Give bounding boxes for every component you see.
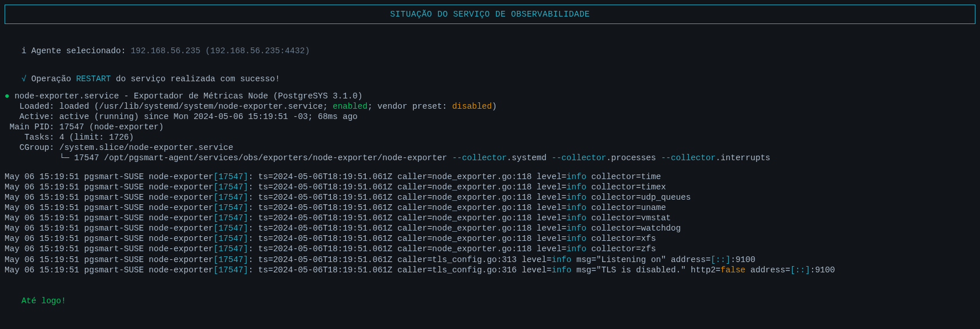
loaded-label: Loaded:: [5, 102, 59, 111]
cgroup-label: CGroup:: [5, 143, 59, 152]
pre: May 06 15:19:51 pgsmart-SUSE node-export…: [5, 224, 213, 233]
agent-label: Agente selecionado:: [31, 46, 131, 56]
tasks-value: 4 (limit: 1726): [59, 133, 134, 142]
level: info: [566, 193, 586, 202]
pid: 17547: [218, 193, 243, 202]
log-line: May 06 15:19:51 pgsmart-SUSE node-export…: [5, 182, 975, 192]
tail: collector=vmstat: [586, 213, 671, 223]
pid: 17547: [218, 172, 243, 181]
pid: 17547: [218, 244, 243, 253]
tail: collector=udp_queues: [586, 193, 691, 202]
level: info: [566, 172, 586, 181]
level: info: [566, 234, 586, 243]
port: :9100: [730, 255, 755, 264]
cgroup-tree-prefix: └─ 17547 /opt/pgsmart-agent/services/obs…: [5, 153, 452, 162]
pre: May 06 15:19:51 pgsmart-SUSE node-export…: [5, 172, 213, 181]
tail-a: msg="TLS is disabled." http2=: [571, 265, 721, 275]
lb: [: [213, 255, 218, 264]
lb: [: [213, 234, 218, 243]
lb: [: [213, 265, 218, 275]
tail: collector=zfs: [586, 244, 656, 253]
pid: 17547: [218, 203, 243, 212]
addr: ::: [795, 265, 805, 275]
body: ts=2024-05-06T18:19:51.061Z caller=node_…: [258, 193, 567, 202]
service-status-block: ● node-exporter.service - Exportador de …: [5, 91, 975, 164]
pre: May 06 15:19:51 pgsmart-SUSE node-export…: [5, 255, 213, 264]
port: :9100: [810, 265, 835, 275]
active-label: Active:: [5, 112, 59, 121]
panel-title: SITUAÇÃO DO SERVIÇO DE OBSERVABILIDADE: [5, 5, 975, 24]
body: ts=2024-05-06T18:19:51.061Z caller=tls_c…: [258, 265, 551, 275]
colon: :: [248, 224, 258, 233]
level: info: [566, 224, 586, 233]
addr-lb: [: [790, 265, 795, 275]
lb: [: [213, 183, 218, 192]
pre: May 06 15:19:51 pgsmart-SUSE node-export…: [5, 234, 213, 243]
lb: [: [213, 172, 218, 181]
lb: [: [213, 244, 218, 253]
body: ts=2024-05-06T18:19:51.061Z caller=node_…: [258, 244, 567, 253]
log-line: May 06 15:19:51 pgsmart-SUSE node-export…: [5, 233, 975, 244]
pre: May 06 15:19:51 pgsmart-SUSE node-export…: [5, 265, 213, 275]
mainpid-line: Main PID: 17547 (node-exporter): [5, 122, 975, 132]
cgroup-line: CGroup: /system.slice/node-exporter.serv…: [5, 142, 975, 153]
tail-b: address=: [746, 265, 790, 275]
colon: :: [248, 234, 258, 243]
log-line: May 06 15:19:51 pgsmart-SUSE node-export…: [5, 255, 975, 265]
agent-line: i Agente selecionado: 192.168.56.235 (19…: [11, 35, 975, 56]
tasks-line: Tasks: 4 (limit: 1726): [5, 132, 975, 142]
arg1-flag: --collector: [452, 153, 507, 162]
tail: collector=uname: [586, 203, 666, 212]
log-block: May 06 15:19:51 pgsmart-SUSE node-export…: [5, 172, 975, 275]
level: info: [551, 255, 571, 264]
service-header-line: ● node-exporter.service - Exportador de …: [5, 91, 975, 101]
level: info: [566, 203, 586, 212]
level: info: [566, 183, 586, 192]
addr-rb: ]: [805, 265, 810, 275]
colon: :: [248, 255, 258, 264]
body: ts=2024-05-06T18:19:51.061Z caller=node_…: [258, 183, 567, 192]
log-line: May 06 15:19:51 pgsmart-SUSE node-export…: [5, 213, 975, 223]
loaded-mid: ; vendor preset:: [367, 102, 452, 111]
check-icon: √: [21, 74, 26, 84]
arg3-rest: .interrupts: [715, 153, 770, 162]
panel-title-text: SITUAÇÃO DO SERVIÇO DE OBSERVABILIDADE: [390, 10, 590, 19]
body: ts=2024-05-06T18:19:51.061Z caller=node_…: [258, 224, 567, 233]
pid: 17547: [218, 224, 243, 233]
colon: :: [248, 244, 258, 253]
body: ts=2024-05-06T18:19:51.061Z caller=tls_c…: [258, 255, 551, 264]
tail: collector=time: [586, 172, 661, 181]
log-line: May 06 15:19:51 pgsmart-SUSE node-export…: [5, 203, 975, 213]
mainpid-label: Main PID:: [5, 122, 59, 132]
colon: :: [248, 213, 258, 223]
pid: 17547: [218, 183, 243, 192]
body: ts=2024-05-06T18:19:51.061Z caller=node_…: [258, 172, 567, 181]
pid: 17547: [218, 255, 243, 264]
info-icon: i: [21, 46, 26, 56]
colon: :: [248, 172, 258, 181]
level: info: [551, 265, 571, 275]
active-value: active (running) since Mon 2024-05-06 15…: [59, 112, 358, 121]
log-line: May 06 15:19:51 pgsmart-SUSE node-export…: [5, 244, 975, 254]
arg2-rest: .processes: [606, 153, 661, 162]
operation-suffix: do serviço realizada com sucesso!: [111, 74, 280, 84]
tail: collector=xfs: [586, 234, 656, 243]
lb: [: [213, 193, 218, 202]
mainpid-value: 17547 (node-exporter): [59, 122, 164, 132]
pid: 17547: [218, 234, 243, 243]
log-line: May 06 15:19:51 pgsmart-SUSE node-export…: [5, 192, 975, 203]
cgroup-value: /system.slice/node-exporter.service: [59, 143, 234, 152]
body: ts=2024-05-06T18:19:51.061Z caller=node_…: [258, 203, 567, 212]
operation-prefix: Operação: [31, 74, 76, 84]
colon: :: [248, 183, 258, 192]
addr: ::: [715, 255, 725, 264]
tail: collector=watchdog: [586, 224, 681, 233]
active-line: Active: active (running) since Mon 2024-…: [5, 112, 975, 122]
arg1-rest: .systemd: [507, 153, 551, 162]
level: info: [566, 244, 586, 253]
operation-name: RESTART: [76, 74, 111, 84]
goodbye-text: Até logo!: [21, 296, 66, 306]
arg3-flag: --collector: [661, 153, 716, 162]
level: info: [566, 213, 586, 223]
loaded-enabled: enabled: [333, 102, 367, 111]
